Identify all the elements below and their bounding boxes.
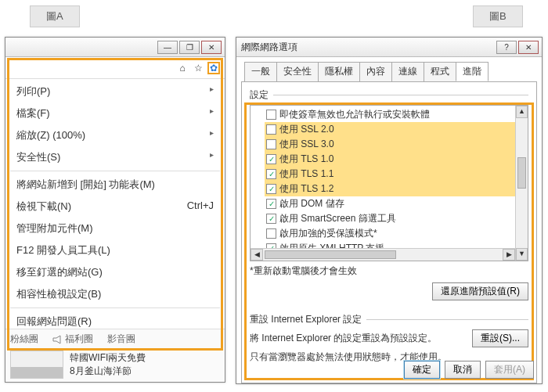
- submenu-arrow-icon: ▸: [210, 85, 214, 99]
- titlebar: — ❐ ✕: [5, 38, 225, 57]
- ok-button[interactable]: 確定: [404, 361, 440, 379]
- menu-separator: [10, 307, 220, 308]
- checkbox[interactable]: ✓: [266, 169, 276, 179]
- checkbox[interactable]: [266, 110, 276, 120]
- tab-panel-advanced: 設定 即使簽章無效也允許執行或安裝軟體使用 SSL 2.0使用 SSL 3.0✓…: [241, 81, 537, 383]
- setting-label: 使用 SSL 2.0: [279, 123, 334, 136]
- setting-item[interactable]: 使用 SSL 3.0: [265, 137, 528, 152]
- checkbox[interactable]: ✓: [266, 199, 276, 209]
- shortcut-label: Ctrl+J: [187, 200, 214, 214]
- apply-button[interactable]: 套用(A): [485, 361, 534, 379]
- reset-description: 將 Internet Explorer 的設定重設為預設設定。: [250, 332, 437, 345]
- menu-pinned[interactable]: 移至釘選的網站(G): [5, 261, 225, 283]
- page-tab[interactable]: 福利圈: [52, 333, 93, 346]
- setting-item[interactable]: ✓使用 TLS 1.0: [265, 152, 528, 167]
- setting-label: 啟用加強的受保護模式*: [279, 227, 377, 240]
- thumbnail-image: [10, 351, 63, 379]
- reset-group-header: 重設 Internet Explorer 設定: [250, 313, 528, 326]
- checkbox[interactable]: ✓: [266, 184, 276, 194]
- menu-print[interactable]: 列印(P)▸: [5, 81, 225, 102]
- setting-item[interactable]: ✓使用 TLS 1.1: [265, 167, 528, 182]
- tab-隱私權[interactable]: 隱私權: [318, 62, 360, 81]
- setting-label: 使用 SSL 3.0: [279, 138, 334, 151]
- megaphone-icon: [52, 335, 63, 344]
- tab-程式[interactable]: 程式: [424, 62, 456, 81]
- setting-item[interactable]: ✓啟用 DOM 儲存: [265, 196, 528, 211]
- tab-連線[interactable]: 連線: [391, 62, 424, 81]
- tab-內容[interactable]: 內容: [359, 62, 392, 81]
- checkbox[interactable]: [266, 124, 276, 135]
- page-tab[interactable]: 影音團: [107, 333, 135, 346]
- setting-item[interactable]: 即使簽章無效也允許執行或安裝軟體: [265, 107, 528, 122]
- maximize-button[interactable]: ❐: [179, 41, 200, 54]
- scroll-right-button[interactable]: ▶: [503, 249, 515, 261]
- checkbox[interactable]: [266, 139, 276, 149]
- tab-bar: 一般安全性隱私權內容連線程式進階: [244, 62, 537, 81]
- help-button[interactable]: ?: [496, 41, 517, 54]
- minimize-button[interactable]: —: [157, 41, 178, 54]
- reset-button[interactable]: 重設(S)...: [472, 329, 528, 347]
- checkbox[interactable]: ✓: [266, 154, 276, 164]
- scroll-up-button[interactable]: ▲: [516, 106, 528, 118]
- setting-label: 即使簽章無效也允許執行或安裝軟體: [279, 108, 430, 121]
- scroll-thumb[interactable]: [265, 250, 396, 259]
- checkbox[interactable]: ✓: [266, 214, 276, 224]
- menu-separator: [10, 171, 220, 171]
- tab-進階[interactable]: 進階: [456, 62, 489, 81]
- setting-label: 使用 TLS 1.0: [279, 153, 333, 166]
- dialog-title: 網際網路選項: [241, 41, 297, 54]
- setting-item[interactable]: ✓啟用 SmartScreen 篩選工具: [265, 211, 528, 226]
- vertical-scrollbar[interactable]: ▲ ▼: [515, 106, 528, 261]
- tab-一般[interactable]: 一般: [244, 62, 277, 81]
- favorites-icon[interactable]: ☆: [192, 62, 204, 74]
- settings-list: 即使簽章無效也允許執行或安裝軟體使用 SSL 2.0使用 SSL 3.0✓使用 …: [250, 105, 528, 261]
- menu-downloads[interactable]: 檢視下載(N)Ctrl+J: [5, 196, 225, 218]
- checkbox[interactable]: [266, 228, 276, 239]
- menu-compat[interactable]: 相容性檢視設定(B): [5, 283, 225, 305]
- scroll-thumb[interactable]: [517, 157, 526, 189]
- setting-label: 使用 TLS 1.2: [279, 182, 333, 196]
- menu-safety[interactable]: 安全性(S)▸: [5, 146, 225, 168]
- setting-item[interactable]: 啟用加強的受保護模式*: [265, 226, 528, 241]
- browser-window: — ❐ ✕ ⌂ ☆ ✿ 列印(P)▸ 檔案(F)▸ 縮放(Z) (100%)▸ …: [5, 37, 225, 383]
- restore-defaults-button[interactable]: 還原進階預設值(R): [432, 282, 528, 300]
- scroll-left-button[interactable]: ◀: [251, 249, 263, 261]
- cancel-button[interactable]: 取消: [445, 361, 481, 379]
- page-content: 粉絲團 福利圈 影音團 韓國WIFI兩天免費 8月釜山海洋節: [5, 329, 225, 382]
- setting-item[interactable]: ✓使用 TLS 1.2: [265, 182, 528, 196]
- submenu-arrow-icon: ▸: [210, 106, 214, 120]
- close-button[interactable]: ✕: [518, 41, 539, 54]
- menu-zoom[interactable]: 縮放(Z) (100%)▸: [5, 124, 225, 146]
- gear-icon[interactable]: ✿: [207, 62, 220, 74]
- setting-label: 使用 TLS 1.1: [279, 167, 333, 181]
- menu-file[interactable]: 檔案(F)▸: [5, 102, 225, 124]
- submenu-arrow-icon: ▸: [210, 150, 214, 164]
- figure-b-label: 圖B: [473, 5, 523, 27]
- home-icon[interactable]: ⌂: [176, 62, 189, 74]
- toolbar: ⌂ ☆ ✿: [5, 57, 225, 79]
- figure-a-label: 圖A: [30, 5, 80, 27]
- setting-label: 啟用 SmartScreen 篩選工具: [279, 212, 396, 225]
- article-item[interactable]: 韓國WIFI兩天免費 8月釜山海洋節: [10, 351, 220, 379]
- close-button[interactable]: ✕: [201, 41, 222, 54]
- menu-addons[interactable]: 管理附加元件(M): [5, 218, 225, 239]
- submenu-arrow-icon: ▸: [210, 128, 214, 142]
- dialog-buttons: 確定 取消 套用(A): [404, 361, 534, 379]
- scroll-down-button[interactable]: ▼: [516, 248, 528, 261]
- menu-f12[interactable]: F12 開發人員工具(L): [5, 239, 225, 261]
- restart-note: *重新啟動電腦後才會生效: [250, 264, 528, 278]
- horizontal-scrollbar[interactable]: ◀ ▶: [251, 248, 515, 261]
- internet-options-dialog: 網際網路選項 ? ✕ 一般安全性隱私權內容連線程式進階 設定 即使簽章無效也允許…: [236, 37, 543, 384]
- setting-label: 啟用 DOM 儲存: [279, 197, 344, 210]
- setting-item[interactable]: 使用 SSL 2.0: [265, 122, 528, 137]
- menu-add-start[interactable]: 將網站新增到 [開始] 功能表(M): [5, 174, 225, 196]
- settings-group-header: 設定: [250, 88, 528, 102]
- titlebar: 網際網路選項 ? ✕: [236, 38, 542, 57]
- page-tab[interactable]: 粉絲團: [10, 333, 38, 346]
- tab-安全性[interactable]: 安全性: [276, 62, 319, 81]
- article-text: 韓國WIFI兩天免費 8月釜山海洋節: [70, 351, 146, 378]
